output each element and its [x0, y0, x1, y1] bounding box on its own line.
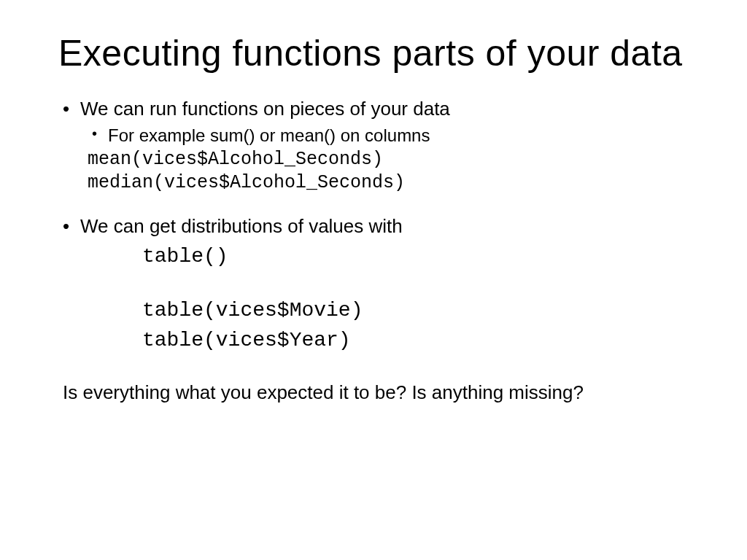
bullet-distributions: We can get distributions of values with [58, 214, 689, 239]
slide-title: Executing functions parts of your data [58, 33, 689, 75]
bullet-run-functions: We can run functions on pieces of your d… [58, 97, 689, 122]
code-median: median(vices$Alcohol_Seconds) [58, 171, 689, 194]
bullet-sum-mean-example: For example sum() or mean() on columns [58, 124, 689, 147]
code-table-year: table(vices$Year) [58, 326, 689, 356]
code-table-empty: table() [58, 242, 689, 272]
code-mean: mean(vices$Alcohol_Seconds) [58, 148, 689, 171]
code-table-movie: table(vices$Movie) [58, 296, 689, 326]
closing-question: Is everything what you expected it to be… [58, 381, 689, 405]
